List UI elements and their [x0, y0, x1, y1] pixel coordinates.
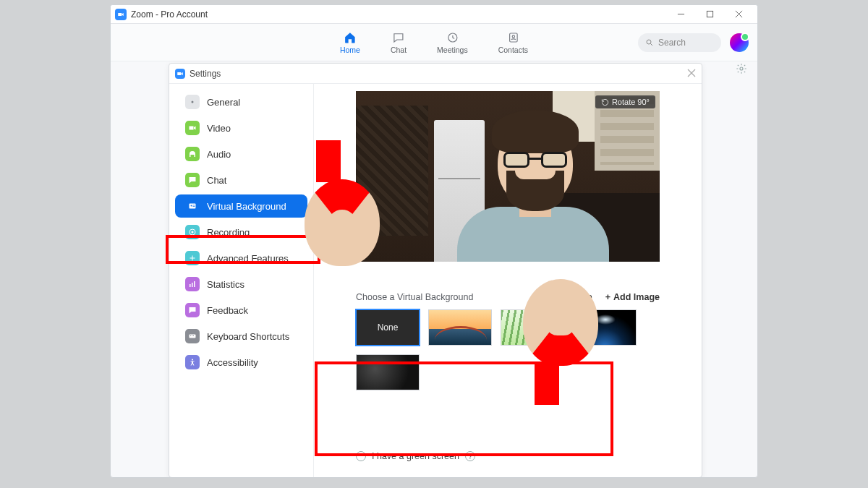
home-icon	[344, 31, 357, 44]
remove-button[interactable]: − Remove	[550, 292, 592, 302]
add-label: Add Image	[613, 292, 660, 302]
app-window: Zoom - Pro Account Home Chat Meetings	[110, 4, 758, 478]
dialog-body: GeneralVideoAudioChatVirtual BackgroundR…	[169, 84, 702, 477]
zoom-logo-icon	[115, 9, 127, 20]
sidebar-item-general[interactable]: General	[175, 90, 307, 114]
help-icon[interactable]: ?	[465, 451, 475, 461]
video-icon	[185, 121, 200, 135]
close-button[interactable]	[724, 5, 753, 24]
svg-point-24	[193, 309, 194, 310]
sidebar-item-label: Recording	[207, 227, 250, 238]
svg-point-9	[740, 67, 743, 70]
sidebar-item-label: Virtual Background	[207, 201, 286, 212]
gear-icon[interactable]	[736, 63, 747, 77]
nav-tab-meetings[interactable]: Meetings	[437, 31, 468, 54]
video-preview: Rotate 90°	[356, 91, 660, 262]
sidebar-item-video[interactable]: Video	[175, 116, 307, 140]
sidebar-item-virtual-background[interactable]: Virtual Background	[175, 194, 307, 218]
svg-rect-20	[192, 283, 193, 287]
section-actions: − Remove + Add Image	[550, 292, 660, 302]
nav-tabs: Home Chat Meetings Contacts	[340, 31, 528, 54]
settings-main: Rotate 90° Choose a Virtual Background −…	[314, 84, 702, 477]
titlebar-left: Zoom - Pro Account	[115, 9, 208, 20]
background-thumb-earth[interactable]	[573, 309, 637, 346]
window-title: Zoom - Pro Account	[131, 9, 208, 20]
sidebar-item-label: Video	[207, 123, 231, 134]
background-thumbnails: None	[356, 309, 660, 390]
rotate-label: Rotate 90°	[612, 98, 650, 106]
sidebar-item-label: General	[207, 97, 240, 108]
nav-tab-contacts[interactable]: Contacts	[498, 31, 528, 54]
svg-line-8	[651, 43, 653, 46]
navbar: Home Chat Meetings Contacts Search	[111, 24, 757, 61]
plus-icon: +	[605, 292, 610, 302]
svg-point-14	[191, 205, 192, 207]
nav-tab-home[interactable]: Home	[340, 31, 360, 54]
plus-icon	[185, 251, 200, 265]
sidebar-item-keyboard-shortcuts[interactable]: Keyboard Shortcuts	[175, 325, 307, 348]
green-screen-checkbox[interactable]	[356, 451, 366, 461]
svg-point-7	[647, 40, 651, 44]
rotate-icon	[601, 98, 609, 106]
record-icon	[185, 225, 200, 239]
sidebar-item-audio[interactable]: Audio	[175, 142, 307, 166]
sidebar-item-recording[interactable]: Recording	[175, 221, 307, 244]
sidebar-item-feedback[interactable]: Feedback	[175, 299, 307, 322]
svg-rect-16	[193, 206, 195, 207]
svg-rect-26	[190, 335, 191, 336]
sidebar-item-label: Chat	[207, 175, 226, 186]
feedback-icon	[185, 303, 200, 317]
sidebar-item-statistics[interactable]: Statistics	[175, 273, 307, 296]
green-screen-label: I have a green screen	[372, 451, 459, 461]
nav-tab-label: Meetings	[437, 46, 468, 54]
section-label: Choose a Virtual Background	[356, 292, 473, 302]
remove-label: Remove	[558, 292, 592, 302]
preview-scene	[356, 91, 660, 262]
titlebar: Zoom - Pro Account	[111, 5, 757, 24]
svg-point-23	[192, 309, 193, 310]
nav-tab-label: Home	[340, 46, 360, 54]
svg-rect-19	[190, 284, 191, 287]
search-placeholder: Search	[658, 38, 686, 48]
svg-rect-27	[192, 335, 192, 336]
maximize-button[interactable]	[695, 5, 724, 24]
dialog-titlebar: Settings	[169, 64, 702, 84]
svg-rect-15	[193, 205, 195, 206]
zoom-logo-icon	[175, 69, 185, 79]
add-image-button[interactable]: + Add Image	[605, 292, 660, 302]
minus-icon: −	[550, 292, 556, 302]
svg-rect-21	[194, 281, 195, 287]
rotate-button[interactable]: Rotate 90°	[595, 95, 655, 108]
search-icon	[645, 38, 654, 47]
svg-point-29	[192, 359, 193, 361]
sidebar-item-chat[interactable]: Chat	[175, 168, 307, 192]
background-thumb-dark[interactable]	[356, 354, 420, 390]
headphones-icon	[185, 147, 200, 161]
background-thumb-grass[interactable]	[501, 309, 564, 346]
dialog-title: Settings	[190, 69, 221, 79]
profile-card-icon	[185, 199, 200, 213]
background-thumb-bridge[interactable]	[428, 309, 492, 346]
gear-icon	[185, 95, 200, 109]
sidebar-item-label: Statistics	[207, 279, 244, 290]
search-input[interactable]: Search	[638, 33, 721, 52]
svg-point-6	[512, 35, 514, 37]
nav-tab-label: Contacts	[498, 46, 528, 54]
clock-icon	[446, 31, 459, 44]
green-screen-row: I have a green screen ?	[356, 451, 660, 461]
sidebar-item-advanced-features[interactable]: Advanced Features	[175, 247, 307, 270]
navbar-right: Search	[638, 33, 749, 52]
accessibility-icon	[185, 355, 200, 369]
avatar[interactable]	[730, 33, 749, 52]
sidebar-item-label: Feedback	[207, 305, 248, 316]
nav-tab-chat[interactable]: Chat	[391, 31, 407, 54]
background-thumb-none[interactable]: None	[356, 309, 420, 346]
sidebar-item-label: Accessibility	[207, 357, 258, 368]
minimize-button[interactable]	[666, 5, 695, 24]
svg-rect-28	[193, 335, 194, 336]
section-header: Choose a Virtual Background − Remove + A…	[356, 292, 660, 302]
settings-dialog: Settings GeneralVideoAudioChatVirtual Ba…	[169, 63, 702, 478]
sidebar-item-accessibility[interactable]: Accessibility	[175, 351, 307, 374]
close-icon[interactable]	[687, 67, 696, 80]
chat-icon	[392, 31, 405, 44]
